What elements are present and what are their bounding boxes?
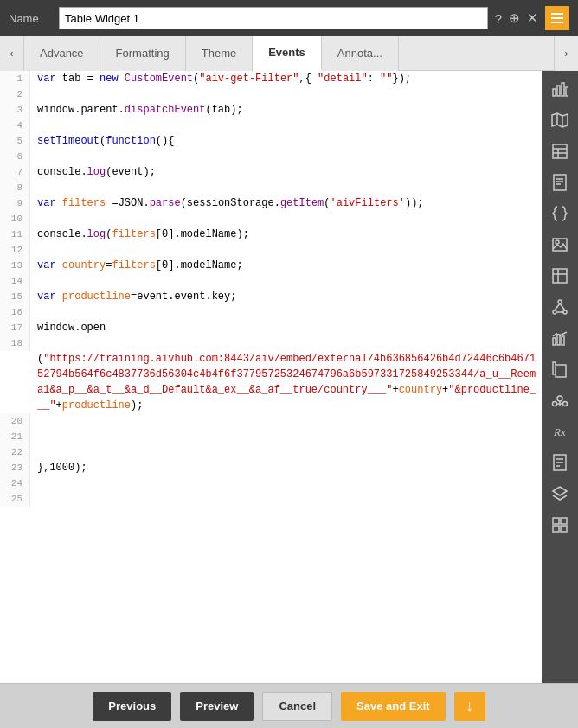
code-line-16: 16 bbox=[0, 304, 542, 320]
code-line-1: 1 var tab = new CustomEvent("aiv-get-Fil… bbox=[0, 71, 542, 86]
svg-rect-0 bbox=[551, 13, 563, 15]
line-content-19: ("https://training.aivhub.com:8443/aiv/e… bbox=[30, 351, 542, 413]
line-content-15: var productline=event.event.key; bbox=[30, 289, 542, 304]
svg-point-35 bbox=[563, 402, 568, 406]
main-area: 1 var tab = new CustomEvent("aiv-get-Fil… bbox=[0, 71, 578, 683]
previous-button[interactable]: Previous bbox=[93, 692, 171, 721]
line-content-13: var country=filters[0].modelName; bbox=[30, 258, 542, 273]
tab-annotation[interactable]: Annota... bbox=[322, 36, 399, 71]
tab-advance[interactable]: Advance bbox=[24, 36, 100, 71]
svg-rect-18 bbox=[553, 239, 567, 251]
svg-point-25 bbox=[563, 310, 567, 314]
svg-rect-44 bbox=[561, 518, 567, 524]
line-num-9: 9 bbox=[0, 195, 30, 211]
line-num-16: 16 bbox=[0, 304, 30, 320]
sidebar-toggle[interactable] bbox=[545, 6, 569, 30]
tab-formatting[interactable]: Formatting bbox=[100, 36, 186, 71]
bar-chart-icon[interactable] bbox=[544, 74, 575, 104]
svg-rect-32 bbox=[556, 365, 566, 377]
code-line-5: 5 setTimeout(function(){ bbox=[0, 133, 542, 149]
network-icon[interactable] bbox=[544, 292, 575, 322]
svg-marker-7 bbox=[552, 113, 568, 127]
svg-text:Rx: Rx bbox=[553, 425, 566, 438]
tab-bar: ‹ Advance Formatting Theme Events Annota… bbox=[0, 36, 578, 71]
tab-events[interactable]: Events bbox=[253, 36, 322, 71]
svg-line-27 bbox=[560, 303, 565, 310]
line-num-14: 14 bbox=[0, 273, 30, 289]
line-num-15: 15 bbox=[0, 289, 30, 304]
code-line-4: 4 bbox=[0, 118, 542, 133]
line-num-4: 4 bbox=[0, 118, 30, 133]
combo-chart-icon[interactable] bbox=[544, 323, 575, 353]
image-icon[interactable] bbox=[544, 230, 575, 259]
svg-line-26 bbox=[555, 303, 560, 310]
report-icon[interactable] bbox=[544, 448, 575, 477]
tab-right-arrow[interactable]: › bbox=[554, 36, 578, 71]
code-line-14: 14 bbox=[0, 273, 542, 289]
map-icon[interactable] bbox=[544, 105, 575, 135]
line-num-3: 3 bbox=[0, 102, 30, 118]
svg-rect-4 bbox=[557, 86, 560, 96]
name-label: Name bbox=[9, 12, 52, 25]
formula-icon[interactable]: Rx bbox=[544, 417, 575, 446]
download-button[interactable]: ↓ bbox=[454, 692, 485, 721]
save-exit-button[interactable]: Save and Exit bbox=[341, 692, 446, 721]
table-icon[interactable] bbox=[544, 137, 575, 166]
code-line-19: ("https://training.aivhub.com:8443/aiv/e… bbox=[0, 351, 542, 413]
top-bar-icons: ? ⊕ ✕ bbox=[495, 10, 538, 26]
svg-point-23 bbox=[558, 300, 562, 303]
code-line-12: 12 bbox=[0, 242, 542, 258]
line-content-3: window.parent.dispatchEvent(tab); bbox=[30, 102, 542, 118]
copy-icon[interactable] bbox=[544, 354, 575, 384]
line-num-18: 18 bbox=[0, 335, 30, 351]
code-line-24: 24 bbox=[0, 476, 542, 491]
line-num-17: 17 bbox=[0, 320, 30, 335]
line-num-13: 13 bbox=[0, 258, 30, 273]
apps-icon[interactable] bbox=[544, 510, 575, 540]
text-doc-icon[interactable] bbox=[544, 168, 575, 197]
svg-rect-6 bbox=[566, 87, 568, 96]
tab-left-arrow[interactable]: ‹ bbox=[0, 36, 24, 71]
code-line-17: 17 window.open bbox=[0, 320, 542, 335]
code-line-6: 6 bbox=[0, 149, 542, 164]
close-icon[interactable]: ✕ bbox=[527, 10, 538, 26]
line-content-11: console.log(filters[0].modelName); bbox=[30, 227, 542, 242]
code-editor[interactable]: 1 var tab = new CustomEvent("aiv-get-Fil… bbox=[0, 71, 542, 683]
svg-rect-3 bbox=[553, 89, 556, 96]
code-icon[interactable] bbox=[544, 199, 575, 228]
svg-rect-10 bbox=[553, 144, 567, 158]
svg-rect-14 bbox=[554, 175, 566, 190]
layers-icon[interactable] bbox=[544, 479, 575, 508]
line-content-9: var filters =JSON.parse(sessionStorage.g… bbox=[30, 195, 542, 211]
preview-button[interactable]: Preview bbox=[180, 692, 254, 721]
svg-rect-45 bbox=[553, 526, 559, 532]
move-icon[interactable]: ⊕ bbox=[509, 10, 520, 26]
code-line-21: 21 bbox=[0, 429, 542, 444]
svg-rect-46 bbox=[561, 526, 567, 532]
svg-rect-1 bbox=[551, 17, 563, 19]
line-num-22: 22 bbox=[0, 444, 30, 460]
line-num-8: 8 bbox=[0, 180, 30, 195]
tab-theme[interactable]: Theme bbox=[186, 36, 253, 71]
line-num-11: 11 bbox=[0, 227, 30, 242]
svg-rect-29 bbox=[553, 338, 556, 345]
svg-rect-2 bbox=[551, 22, 563, 23]
svg-rect-31 bbox=[562, 336, 564, 345]
line-num-1: 1 bbox=[0, 71, 30, 86]
code-line-20: 20 bbox=[0, 413, 542, 429]
group-icon[interactable] bbox=[544, 386, 575, 415]
line-num-10: 10 bbox=[0, 211, 30, 227]
code-line-8: 8 bbox=[0, 180, 542, 195]
cancel-button[interactable]: Cancel bbox=[262, 692, 332, 721]
line-content-1: var tab = new CustomEvent("aiv-get-Filte… bbox=[30, 71, 542, 86]
pivot-icon[interactable] bbox=[544, 261, 575, 291]
line-num-6: 6 bbox=[0, 149, 30, 164]
svg-point-34 bbox=[553, 402, 557, 406]
code-line-9: 9 var filters =JSON.parse(sessionStorage… bbox=[0, 195, 542, 211]
widget-name-input[interactable] bbox=[59, 7, 488, 29]
code-line-22: 22 bbox=[0, 444, 542, 460]
svg-point-19 bbox=[556, 240, 559, 244]
svg-point-33 bbox=[557, 396, 562, 401]
help-icon[interactable]: ? bbox=[495, 11, 502, 26]
line-num-7: 7 bbox=[0, 164, 30, 180]
